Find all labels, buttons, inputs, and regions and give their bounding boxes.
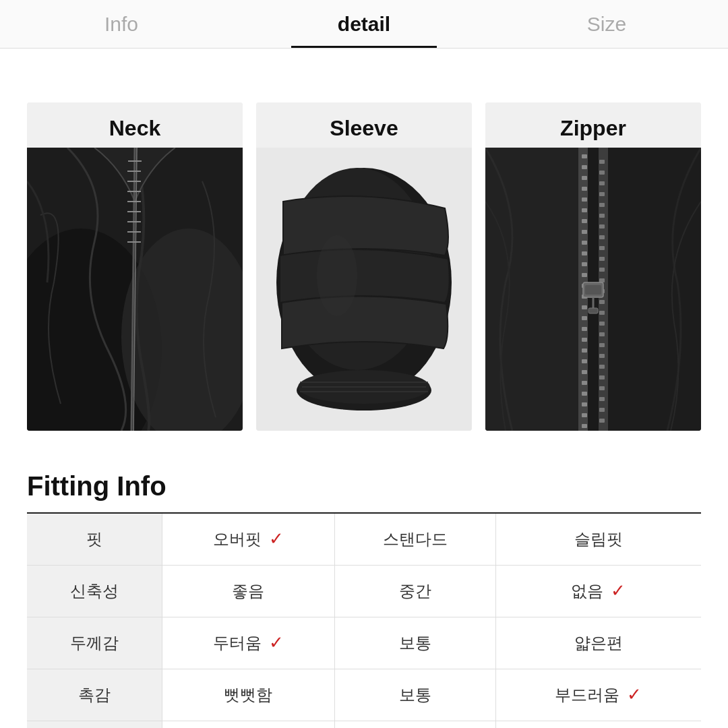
svg-rect-55 [599,171,605,175]
detail-images: Neck [27,102,701,431]
svg-rect-62 [599,246,605,250]
row-cell: 부드러움 ✓ [495,669,701,721]
svg-rect-29 [582,165,587,169]
svg-rect-71 [599,343,605,347]
check-mark: ✓ [622,684,642,704]
fitting-row: 신축성좋음중간없음 ✓ [27,566,701,617]
svg-rect-78 [599,419,605,423]
svg-rect-74 [599,375,605,380]
svg-rect-39 [582,273,587,277]
neck-image [27,148,243,431]
check-mark: ✓ [606,580,626,601]
row-label: 신축성 [27,566,162,617]
svg-rect-59 [599,214,605,218]
tab-detail[interactable]: detail [243,0,485,48]
row-cell: 슬림핏 [495,513,701,566]
row-cell: 비침있음 [162,721,335,729]
row-cell: 비침없음 ✓ [495,721,701,729]
row-cell: 두터움 ✓ [162,617,335,669]
svg-rect-73 [599,365,605,369]
sleeve-card: Sleeve [256,102,472,431]
svg-rect-32 [582,198,587,202]
svg-rect-77 [599,408,605,412]
svg-rect-47 [582,359,587,363]
fitting-title: Fitting Info [27,471,701,502]
svg-rect-67 [599,300,605,304]
row-label: 촉감 [27,669,162,721]
fitting-row: 촉감뻣뻣함보통부드러움 ✓ [27,669,701,721]
svg-rect-82 [588,308,598,313]
row-cell: 얇은편 [495,617,701,669]
svg-rect-33 [582,208,587,212]
row-label: 비침 [27,721,162,729]
sleeve-image [256,148,472,431]
svg-rect-57 [599,192,605,196]
detail-section: Neck [0,49,728,471]
svg-rect-72 [599,354,605,358]
svg-rect-49 [582,381,587,385]
check-mark: ✓ [264,528,284,549]
row-cell: 없음 ✓ [495,566,701,617]
svg-rect-52 [582,413,587,417]
sleeve-svg [256,148,472,431]
svg-rect-44 [582,327,587,331]
svg-rect-34 [582,219,587,223]
svg-rect-31 [582,187,587,191]
fitting-section: Fitting Info 핏오버핏 ✓스탠다드슬림핏신축성좋음중간없음 ✓두께감… [0,471,728,728]
tab-size[interactable]: Size [485,0,728,48]
row-cell: 중간 [335,566,495,617]
fitting-row: 두께감두터움 ✓보통얇은편 [27,617,701,669]
svg-rect-53 [582,424,587,428]
svg-rect-37 [582,251,587,255]
row-label: 두께감 [27,617,162,669]
neck-svg [27,148,243,431]
neck-card: Neck [27,102,243,431]
row-cell: 약간비침 [335,721,495,729]
row-cell: 스탠다드 [335,513,495,566]
svg-rect-43 [582,316,587,320]
svg-point-22 [317,235,357,316]
svg-rect-28 [582,154,587,158]
svg-rect-38 [582,262,587,266]
fitting-table: 핏오버핏 ✓스탠다드슬림핏신축성좋음중간없음 ✓두께감두터움 ✓보통얇은편촉감뻣… [27,512,701,728]
svg-rect-50 [582,392,587,396]
sleeve-title: Sleeve [256,102,472,148]
zipper-image [485,148,701,431]
fitting-row: 비침비침있음약간비침비침없음 ✓ [27,721,701,729]
svg-rect-76 [599,397,605,401]
svg-rect-69 [599,322,605,326]
svg-rect-64 [599,268,605,272]
zipper-svg [485,148,701,431]
svg-rect-63 [599,257,605,261]
svg-rect-54 [599,160,605,164]
row-cell: 좋음 [162,566,335,617]
tab-info[interactable]: Info [0,0,243,48]
svg-rect-70 [599,332,605,336]
svg-rect-46 [582,348,587,353]
svg-rect-48 [582,370,587,374]
svg-rect-61 [599,235,605,239]
zipper-title: Zipper [485,102,701,148]
svg-rect-51 [582,402,587,406]
tab-detail-label: detail [338,13,390,36]
zipper-card: Zipper [485,102,701,431]
row-cell: 뻣뻣함 [162,669,335,721]
fitting-row: 핏오버핏 ✓스탠다드슬림핏 [27,513,701,566]
svg-rect-25 [601,148,701,431]
svg-rect-58 [599,203,605,207]
svg-rect-45 [582,338,587,342]
tab-size-label: Size [587,13,626,36]
svg-rect-42 [582,305,587,309]
row-cell: 보통 [335,617,495,669]
svg-rect-36 [582,241,587,245]
svg-rect-60 [599,224,605,229]
svg-rect-30 [582,176,587,180]
svg-rect-65 [599,278,605,282]
neck-title: Neck [27,102,243,148]
svg-rect-35 [582,230,587,234]
row-label: 핏 [27,513,162,566]
svg-rect-56 [599,181,605,185]
svg-rect-68 [599,311,605,315]
tab-info-label: Info [104,13,138,36]
svg-rect-75 [599,386,605,390]
